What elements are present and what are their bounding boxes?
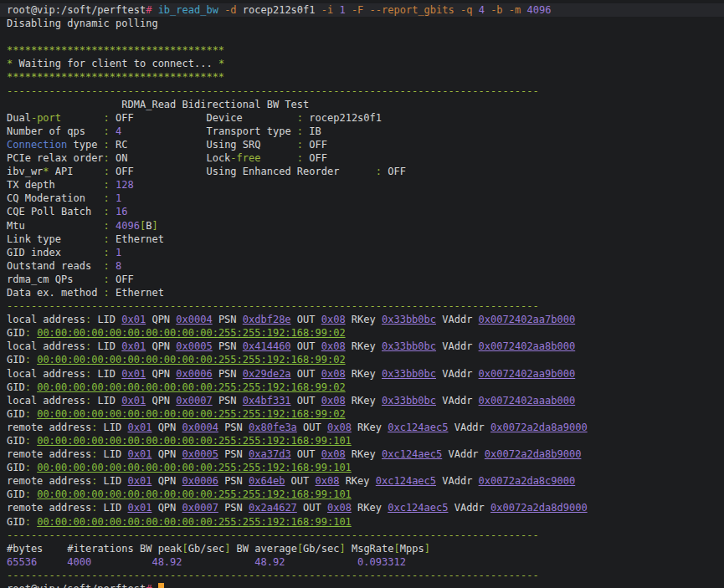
config-row: Dual-port : OFF Device : rocep212s0f1 [7, 111, 724, 125]
address-line: local address: LID 0x01 QPN 0x0007 PSN 0… [7, 394, 724, 407]
results-values: 65536 4000 48.92 48.92 0.093312 [7, 555, 724, 569]
gid-line: GID: 00:00:00:00:00:00:00:00:00:00:255:2… [7, 326, 724, 340]
output-line: Disabling dynamic polling [7, 17, 724, 30]
banner-line: * Waiting for client to connect... * [7, 57, 724, 70]
gid-line: GID: 00:00:00:00:00:00:00:00:00:00:255:2… [7, 353, 724, 366]
banner-line: ************************************ [7, 70, 724, 84]
terminal[interactable]: root@vip:/soft/perftest# ib_read_bw -d r… [0, 0, 724, 588]
config-row: Connection type : RC Using SRQ : OFF [7, 138, 724, 151]
gid-line: GID: 00:00:00:00:00:00:00:00:00:00:255:2… [7, 381, 724, 394]
config-row: Data ex. method : Ethernet [7, 286, 724, 299]
gid-line: GID: 00:00:00:00:00:00:00:00:00:00:255:2… [7, 515, 724, 529]
config-row: TX depth : 128 [7, 178, 724, 192]
config-row: rdma_cm QPs : OFF [7, 273, 724, 286]
banner-line: ************************************ [7, 43, 724, 57]
terminal-output: root@vip:/soft/perftest# ib_read_bw -d r… [0, 0, 724, 588]
separator-line: ----------------------------------------… [7, 569, 724, 582]
address-line: local address: LID 0x01 QPN 0x0004 PSN 0… [7, 313, 724, 326]
config-row: Number of qps : 4 Transport type : IB [7, 125, 724, 138]
results-header: #bytes #iterations BW peak[Gb/sec] BW av… [7, 542, 724, 555]
config-row: CQ Moderation : 1 [7, 192, 724, 205]
gid-line: GID: 00:00:00:00:00:00:00:00:00:00:255:2… [7, 434, 724, 447]
gid-line: GID: 00:00:00:00:00:00:00:00:00:00:255:2… [7, 461, 724, 474]
config-row: PCIe relax order: ON Lock-free : OFF [7, 151, 724, 165]
address-line: local address: LID 0x01 QPN 0x0006 PSN 0… [7, 367, 724, 381]
config-row: ibv_wr* API : OFF Using Enhanced Reorder… [7, 165, 724, 178]
address-line: remote address: LID 0x01 QPN 0x0005 PSN … [7, 447, 724, 461]
separator-line: ----------------------------------------… [7, 529, 724, 542]
gid-line: GID: 00:00:00:00:00:00:00:00:00:00:255:2… [7, 488, 724, 501]
config-row: CQE Poll Batch : 16 [7, 205, 724, 218]
test-title: RDMA_Read Bidirectional BW Test [7, 98, 724, 111]
address-line: local address: LID 0x01 QPN 0x0005 PSN 0… [7, 340, 724, 353]
address-line: remote address: LID 0x01 QPN 0x0007 PSN … [7, 501, 724, 514]
gid-line: GID: 00:00:00:00:00:00:00:00:00:00:255:2… [7, 407, 724, 421]
cursor-line: root@vip:/soft/perftest# [7, 582, 724, 588]
terminal-cursor [158, 583, 164, 588]
blank-line [7, 30, 724, 43]
address-line: remote address: LID 0x01 QPN 0x0004 PSN … [7, 421, 724, 434]
config-row: Mtu : 4096[B] [7, 219, 724, 233]
config-row: GID index : 1 [7, 246, 724, 259]
prompt-line: root@vip:/soft/perftest# ib_read_bw -d r… [0, 3, 724, 17]
address-line: remote address: LID 0x01 QPN 0x0006 PSN … [7, 474, 724, 488]
config-row: Link type : Ethernet [7, 233, 724, 246]
separator-line: ----------------------------------------… [7, 299, 724, 313]
separator-line: ----------------------------------------… [7, 84, 724, 98]
config-row: Outstand reads : 8 [7, 259, 724, 273]
